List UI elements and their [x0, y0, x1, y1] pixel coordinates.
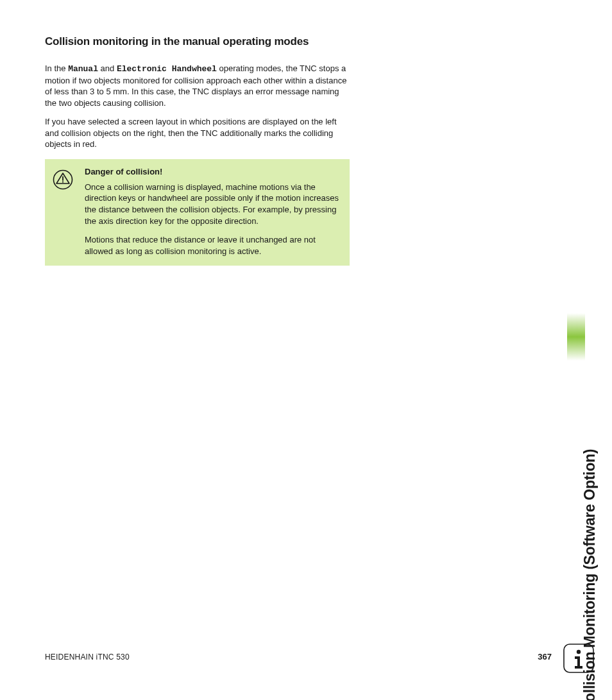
warning-paragraph-2: Motions that reduce the distance or leav…: [85, 234, 341, 257]
text-fragment: In the: [45, 64, 68, 73]
footer-product-name: HEIDENHAIN iTNC 530: [45, 653, 130, 662]
text-fragment: and: [98, 64, 117, 73]
warning-icon: [53, 167, 73, 192]
paragraph-2: If you have selected a screen layout in …: [45, 116, 350, 150]
section-heading: Collision monitoring in the manual opera…: [45, 35, 350, 49]
info-icon: [563, 644, 594, 676]
page-number: 367: [538, 652, 552, 662]
warning-paragraph-1: Once a collision warning is displayed, m…: [85, 182, 341, 226]
svg-point-4: [577, 650, 581, 654]
main-content: Collision monitoring in the manual opera…: [45, 35, 350, 266]
svg-point-2: [62, 181, 64, 182]
warning-box: Danger of collision! Once a collision wa…: [45, 159, 350, 266]
mode-label-manual: Manual: [68, 64, 98, 74]
warning-title: Danger of collision!: [85, 167, 341, 176]
page-footer: HEIDENHAIN iTNC 530 367: [45, 652, 552, 662]
paragraph-1: In the Manual and Electronic Handwheel o…: [45, 63, 350, 108]
mode-label-handwheel: Electronic Handwheel: [117, 64, 217, 74]
side-title-container: 11.2 Dynamic Collision Monitoring (Softw…: [567, 19, 593, 456]
side-gradient-accent: [567, 313, 585, 361]
warning-text: Danger of collision! Once a collision wa…: [85, 167, 341, 257]
